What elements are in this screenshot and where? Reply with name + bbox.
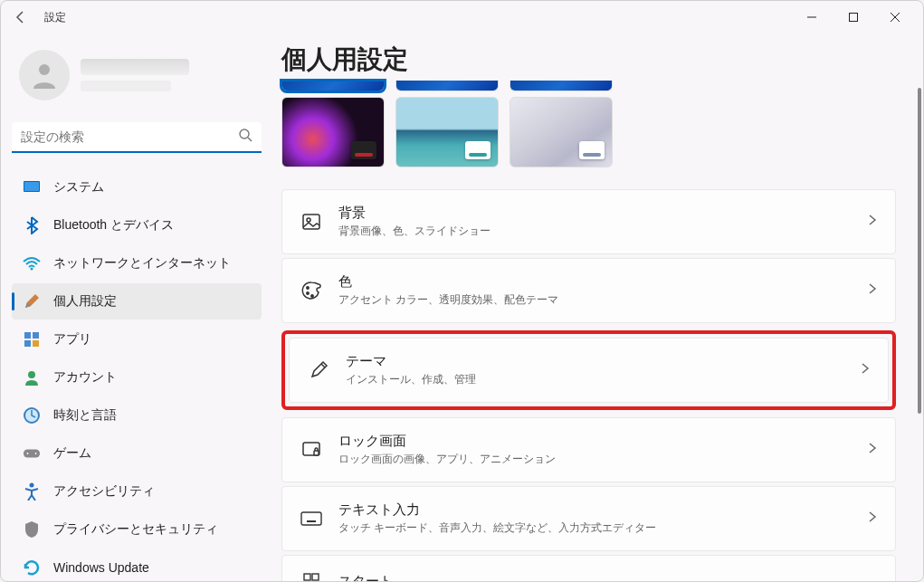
chevron-right-icon (868, 442, 877, 458)
nav-label: アカウント (53, 369, 117, 386)
setting-title: スタート (338, 573, 877, 582)
nav-label: 時刻と言語 (53, 407, 117, 424)
system-icon (23, 178, 41, 196)
nav-network[interactable]: ネットワークとインターネット (12, 245, 262, 281)
nav-windows-update[interactable]: Windows Update (12, 549, 262, 581)
chevron-right-icon (861, 362, 870, 378)
accessibility-icon (23, 482, 41, 501)
svg-point-19 (307, 218, 310, 222)
setting-title: ロック画面 (338, 433, 852, 450)
svg-rect-32 (312, 574, 319, 580)
svg-point-7 (31, 268, 33, 271)
account-icon (23, 368, 41, 386)
wifi-icon (23, 254, 41, 272)
apps-icon (23, 330, 41, 348)
theme-thumb-wave[interactable] (510, 97, 613, 167)
close-button[interactable] (874, 3, 916, 32)
nav-label: アクセシビリティ (53, 483, 155, 500)
setting-desc: ロック画面の画像、アプリ、アニメーション (338, 452, 852, 467)
svg-rect-18 (303, 215, 319, 229)
nav-accessibility[interactable]: アクセシビリティ (12, 473, 262, 510)
theme-thumb-2[interactable] (395, 81, 499, 91)
setting-title: 背景 (338, 205, 852, 222)
theme-thumb-3[interactable] (510, 81, 613, 91)
nav-label: Bluetooth とデバイス (53, 217, 174, 234)
setting-text-input[interactable]: テキスト入力 タッチ キーボード、音声入力、絵文字など、入力方式エディター (281, 486, 896, 551)
setting-desc: インストール、作成、管理 (346, 372, 844, 387)
chevron-right-icon (868, 510, 877, 527)
minimize-button[interactable] (791, 3, 833, 32)
setting-title: テーマ (346, 353, 844, 370)
theme-thumb-sea[interactable] (395, 97, 499, 167)
setting-colors[interactable]: 色 アクセント カラー、透明度効果、配色テーマ (281, 258, 896, 323)
nav-accounts[interactable]: アカウント (12, 359, 262, 396)
svg-point-15 (27, 453, 29, 454)
highlight-annotation: テーマ インストール、作成、管理 (281, 330, 896, 410)
svg-point-21 (307, 292, 309, 294)
nav-system[interactable]: システム (12, 169, 262, 205)
nav-privacy[interactable]: プライバシーとセキュリティ (12, 511, 262, 548)
chevron-right-icon (868, 282, 877, 299)
sidebar: システム Bluetooth とデバイス ネットワークとインターネット 個人用設… (1, 33, 272, 581)
settings-window: 設定 (0, 0, 924, 582)
keyboard-icon (300, 508, 322, 530)
profile-section[interactable] (12, 41, 262, 119)
svg-rect-10 (24, 340, 31, 347)
setting-background[interactable]: 背景 背景画像、色、スライドショー (281, 189, 896, 254)
minimize-icon (806, 12, 817, 23)
svg-point-12 (28, 371, 35, 378)
maximize-button[interactable] (833, 3, 874, 32)
page-title: 個人用設定 (281, 43, 896, 77)
chevron-right-icon (868, 214, 877, 230)
update-icon (23, 558, 41, 577)
svg-line-4 (248, 138, 252, 141)
nav-label: アプリ (53, 331, 91, 348)
window-controls (791, 3, 916, 32)
svg-point-2 (39, 64, 50, 75)
clock-globe-icon (23, 406, 41, 425)
nav-bluetooth[interactable]: Bluetooth とデバイス (12, 207, 262, 243)
theme-thumbnails-row (281, 97, 896, 167)
setting-title: 色 (338, 273, 852, 291)
back-button[interactable] (8, 5, 33, 30)
svg-point-3 (240, 129, 249, 138)
content-area: システム Bluetooth とデバイス ネットワークとインターネット 個人用設… (1, 33, 923, 581)
scrollbar-thumb[interactable] (918, 88, 921, 414)
setting-desc: 背景画像、色、スライドショー (338, 224, 852, 239)
svg-point-16 (35, 453, 37, 454)
scrollbar[interactable] (918, 88, 921, 563)
svg-rect-25 (301, 512, 321, 525)
svg-point-20 (307, 287, 309, 289)
svg-rect-11 (33, 340, 39, 347)
main-panel: 個人用設定 (272, 33, 923, 581)
nav-personalization[interactable]: 個人用設定 (12, 283, 262, 320)
search-input[interactable] (21, 129, 238, 144)
gamepad-icon (23, 444, 41, 463)
setting-themes[interactable]: テーマ インストール、作成、管理 (289, 338, 889, 403)
nav-label: ネットワークとインターネット (53, 255, 231, 272)
search-box[interactable] (12, 122, 262, 153)
window-title: 設定 (44, 10, 66, 25)
svg-rect-24 (314, 451, 319, 455)
bluetooth-icon (23, 216, 41, 234)
nav-time-language[interactable]: 時刻と言語 (12, 397, 262, 434)
nav-label: ゲーム (53, 445, 91, 462)
nav-apps[interactable]: アプリ (12, 321, 262, 358)
theme-thumb-1[interactable] (281, 81, 385, 91)
image-icon (300, 211, 322, 233)
svg-rect-9 (33, 332, 39, 339)
setting-start[interactable]: スタート (281, 555, 896, 581)
lockscreen-icon (300, 439, 322, 461)
setting-lockscreen[interactable]: ロック画面 ロック画面の画像、アプリ、アニメーション (281, 417, 896, 482)
nav-label: Windows Update (53, 560, 149, 575)
profile-name (81, 59, 189, 75)
theme-thumbnails-row-top (281, 81, 896, 91)
svg-rect-31 (304, 574, 310, 580)
profile-email (81, 81, 171, 91)
avatar (19, 50, 70, 100)
paintbrush-icon (23, 292, 41, 310)
theme-thumb-flower[interactable] (281, 97, 385, 167)
svg-rect-14 (24, 449, 40, 457)
nav-gaming[interactable]: ゲーム (12, 435, 262, 472)
svg-rect-6 (24, 182, 39, 191)
